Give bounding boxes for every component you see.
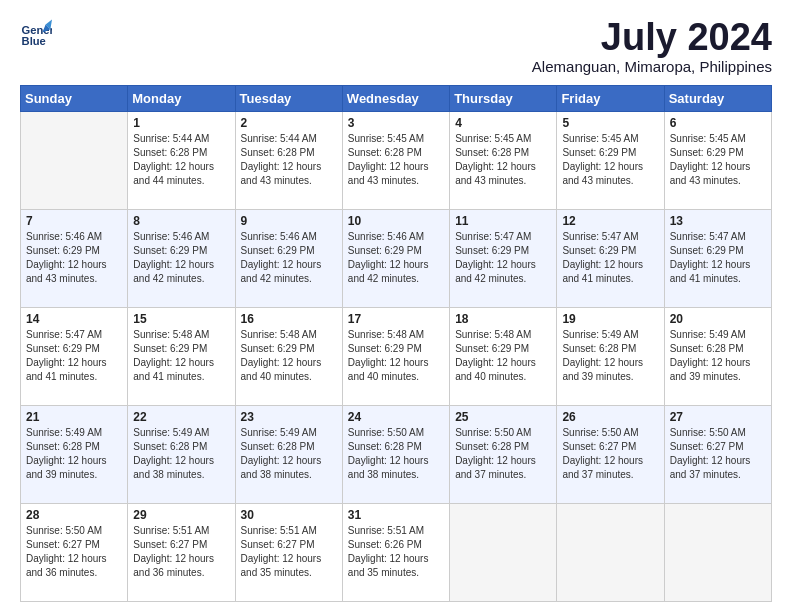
calendar-week-row: 21Sunrise: 5:49 AM Sunset: 6:28 PM Dayli…	[21, 406, 772, 504]
day-info: Sunrise: 5:45 AM Sunset: 6:28 PM Dayligh…	[348, 132, 444, 188]
day-info: Sunrise: 5:51 AM Sunset: 6:27 PM Dayligh…	[133, 524, 229, 580]
day-info: Sunrise: 5:47 AM Sunset: 6:29 PM Dayligh…	[562, 230, 658, 286]
table-row: 18Sunrise: 5:48 AM Sunset: 6:29 PM Dayli…	[450, 308, 557, 406]
day-number: 4	[455, 116, 551, 130]
table-row	[664, 504, 771, 602]
day-number: 6	[670, 116, 766, 130]
day-number: 15	[133, 312, 229, 326]
table-row: 27Sunrise: 5:50 AM Sunset: 6:27 PM Dayli…	[664, 406, 771, 504]
svg-text:Blue: Blue	[22, 35, 46, 47]
calendar-week-row: 7Sunrise: 5:46 AM Sunset: 6:29 PM Daylig…	[21, 210, 772, 308]
header-monday: Monday	[128, 86, 235, 112]
table-row: 23Sunrise: 5:49 AM Sunset: 6:28 PM Dayli…	[235, 406, 342, 504]
table-row: 22Sunrise: 5:49 AM Sunset: 6:28 PM Dayli…	[128, 406, 235, 504]
day-number: 12	[562, 214, 658, 228]
day-number: 22	[133, 410, 229, 424]
header-wednesday: Wednesday	[342, 86, 449, 112]
day-info: Sunrise: 5:49 AM Sunset: 6:28 PM Dayligh…	[670, 328, 766, 384]
day-number: 24	[348, 410, 444, 424]
table-row: 2Sunrise: 5:44 AM Sunset: 6:28 PM Daylig…	[235, 112, 342, 210]
table-row: 20Sunrise: 5:49 AM Sunset: 6:28 PM Dayli…	[664, 308, 771, 406]
table-row	[557, 504, 664, 602]
main-title: July 2024	[532, 18, 772, 56]
table-row: 15Sunrise: 5:48 AM Sunset: 6:29 PM Dayli…	[128, 308, 235, 406]
header-sunday: Sunday	[21, 86, 128, 112]
day-info: Sunrise: 5:50 AM Sunset: 6:27 PM Dayligh…	[670, 426, 766, 482]
table-row: 10Sunrise: 5:46 AM Sunset: 6:29 PM Dayli…	[342, 210, 449, 308]
table-row: 8Sunrise: 5:46 AM Sunset: 6:29 PM Daylig…	[128, 210, 235, 308]
table-row: 25Sunrise: 5:50 AM Sunset: 6:28 PM Dayli…	[450, 406, 557, 504]
day-info: Sunrise: 5:49 AM Sunset: 6:28 PM Dayligh…	[26, 426, 122, 482]
day-number: 9	[241, 214, 337, 228]
day-info: Sunrise: 5:51 AM Sunset: 6:26 PM Dayligh…	[348, 524, 444, 580]
day-number: 18	[455, 312, 551, 326]
calendar-week-row: 14Sunrise: 5:47 AM Sunset: 6:29 PM Dayli…	[21, 308, 772, 406]
day-info: Sunrise: 5:46 AM Sunset: 6:29 PM Dayligh…	[26, 230, 122, 286]
day-info: Sunrise: 5:44 AM Sunset: 6:28 PM Dayligh…	[241, 132, 337, 188]
day-number: 28	[26, 508, 122, 522]
table-row: 5Sunrise: 5:45 AM Sunset: 6:29 PM Daylig…	[557, 112, 664, 210]
logo-icon: General Blue	[20, 18, 52, 50]
header-tuesday: Tuesday	[235, 86, 342, 112]
day-number: 27	[670, 410, 766, 424]
day-info: Sunrise: 5:48 AM Sunset: 6:29 PM Dayligh…	[455, 328, 551, 384]
header: General Blue July 2024 Alemanguan, Mimar…	[20, 18, 772, 75]
day-number: 23	[241, 410, 337, 424]
day-number: 17	[348, 312, 444, 326]
day-info: Sunrise: 5:48 AM Sunset: 6:29 PM Dayligh…	[133, 328, 229, 384]
day-number: 11	[455, 214, 551, 228]
day-number: 14	[26, 312, 122, 326]
day-number: 1	[133, 116, 229, 130]
table-row: 17Sunrise: 5:48 AM Sunset: 6:29 PM Dayli…	[342, 308, 449, 406]
day-info: Sunrise: 5:45 AM Sunset: 6:29 PM Dayligh…	[562, 132, 658, 188]
table-row: 4Sunrise: 5:45 AM Sunset: 6:28 PM Daylig…	[450, 112, 557, 210]
calendar-table: Sunday Monday Tuesday Wednesday Thursday…	[20, 85, 772, 602]
table-row: 3Sunrise: 5:45 AM Sunset: 6:28 PM Daylig…	[342, 112, 449, 210]
page: General Blue July 2024 Alemanguan, Mimar…	[0, 0, 792, 612]
day-number: 30	[241, 508, 337, 522]
table-row: 24Sunrise: 5:50 AM Sunset: 6:28 PM Dayli…	[342, 406, 449, 504]
table-row: 6Sunrise: 5:45 AM Sunset: 6:29 PM Daylig…	[664, 112, 771, 210]
table-row: 29Sunrise: 5:51 AM Sunset: 6:27 PM Dayli…	[128, 504, 235, 602]
table-row: 14Sunrise: 5:47 AM Sunset: 6:29 PM Dayli…	[21, 308, 128, 406]
sub-title: Alemanguan, Mimaropa, Philippines	[532, 58, 772, 75]
table-row: 21Sunrise: 5:49 AM Sunset: 6:28 PM Dayli…	[21, 406, 128, 504]
day-number: 13	[670, 214, 766, 228]
table-row: 13Sunrise: 5:47 AM Sunset: 6:29 PM Dayli…	[664, 210, 771, 308]
day-number: 25	[455, 410, 551, 424]
table-row: 7Sunrise: 5:46 AM Sunset: 6:29 PM Daylig…	[21, 210, 128, 308]
day-info: Sunrise: 5:45 AM Sunset: 6:28 PM Dayligh…	[455, 132, 551, 188]
table-row: 30Sunrise: 5:51 AM Sunset: 6:27 PM Dayli…	[235, 504, 342, 602]
day-number: 20	[670, 312, 766, 326]
table-row: 12Sunrise: 5:47 AM Sunset: 6:29 PM Dayli…	[557, 210, 664, 308]
title-block: July 2024 Alemanguan, Mimaropa, Philippi…	[532, 18, 772, 75]
day-number: 8	[133, 214, 229, 228]
day-info: Sunrise: 5:49 AM Sunset: 6:28 PM Dayligh…	[562, 328, 658, 384]
day-info: Sunrise: 5:47 AM Sunset: 6:29 PM Dayligh…	[26, 328, 122, 384]
table-row: 1Sunrise: 5:44 AM Sunset: 6:28 PM Daylig…	[128, 112, 235, 210]
day-number: 7	[26, 214, 122, 228]
table-row: 19Sunrise: 5:49 AM Sunset: 6:28 PM Dayli…	[557, 308, 664, 406]
day-info: Sunrise: 5:51 AM Sunset: 6:27 PM Dayligh…	[241, 524, 337, 580]
table-row: 11Sunrise: 5:47 AM Sunset: 6:29 PM Dayli…	[450, 210, 557, 308]
day-info: Sunrise: 5:46 AM Sunset: 6:29 PM Dayligh…	[348, 230, 444, 286]
table-row	[450, 504, 557, 602]
day-info: Sunrise: 5:46 AM Sunset: 6:29 PM Dayligh…	[241, 230, 337, 286]
header-friday: Friday	[557, 86, 664, 112]
day-number: 2	[241, 116, 337, 130]
day-info: Sunrise: 5:50 AM Sunset: 6:28 PM Dayligh…	[348, 426, 444, 482]
day-info: Sunrise: 5:48 AM Sunset: 6:29 PM Dayligh…	[241, 328, 337, 384]
table-row: 31Sunrise: 5:51 AM Sunset: 6:26 PM Dayli…	[342, 504, 449, 602]
day-number: 3	[348, 116, 444, 130]
day-number: 21	[26, 410, 122, 424]
day-number: 31	[348, 508, 444, 522]
day-info: Sunrise: 5:47 AM Sunset: 6:29 PM Dayligh…	[455, 230, 551, 286]
calendar-week-row: 1Sunrise: 5:44 AM Sunset: 6:28 PM Daylig…	[21, 112, 772, 210]
day-number: 5	[562, 116, 658, 130]
day-info: Sunrise: 5:49 AM Sunset: 6:28 PM Dayligh…	[133, 426, 229, 482]
day-info: Sunrise: 5:46 AM Sunset: 6:29 PM Dayligh…	[133, 230, 229, 286]
weekday-header-row: Sunday Monday Tuesday Wednesday Thursday…	[21, 86, 772, 112]
header-saturday: Saturday	[664, 86, 771, 112]
table-row	[21, 112, 128, 210]
day-number: 10	[348, 214, 444, 228]
